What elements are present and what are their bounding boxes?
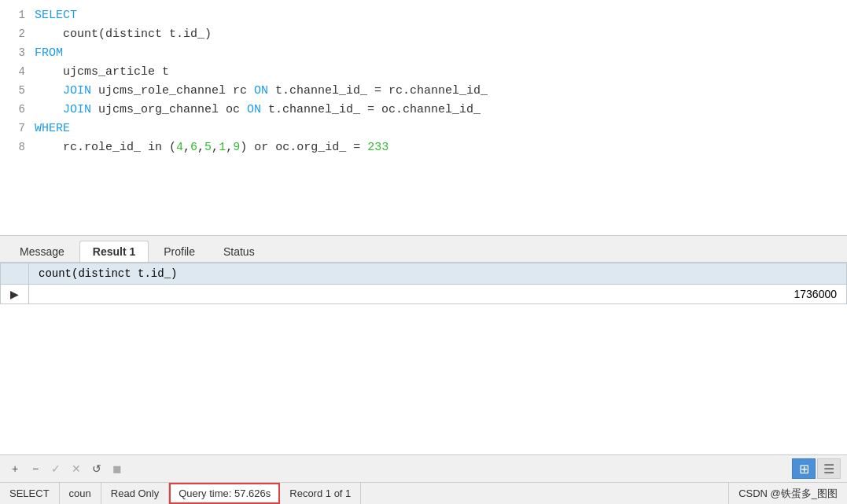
sql-editor[interactable]: 1SELECT2 count(distinct t.id_)3FROM4 ujc…: [0, 0, 847, 236]
status-select: SELECT: [0, 483, 60, 504]
cancel-button[interactable]: ✕: [68, 460, 85, 477]
line-content: JOIN ujcms_org_channel oc ON t.channel_i…: [35, 101, 481, 120]
code-line: 6 JOIN ujcms_org_channel oc ON t.channel…: [0, 101, 847, 120]
result-table: count(distinct t.id_) ▶ 1736000: [0, 263, 847, 304]
remove-button[interactable]: −: [27, 460, 44, 477]
tab-result1[interactable]: Result 1: [79, 241, 149, 262]
code-line: 8 rc.role_id_ in (4,6,5,1,9) or oc.org_i…: [0, 138, 847, 157]
line-content: rc.role_id_ in (4,6,5,1,9) or oc.org_id_…: [35, 138, 389, 157]
line-number: 5: [3, 82, 25, 99]
tab-profile[interactable]: Profile: [150, 241, 208, 262]
toolbar: + − ✓ ✕ ↺ ◼ ⊞ ☰: [0, 454, 847, 482]
line-content: count(distinct t.id_): [35, 25, 212, 44]
row-arrow: ▶: [1, 285, 29, 304]
line-number: 7: [3, 120, 25, 137]
status-read-only-label: Read Only: [111, 487, 159, 499]
line-content: FROM: [35, 44, 63, 63]
table-row: ▶ 1736000: [1, 285, 847, 304]
view-toggle: ⊞ ☰: [792, 458, 841, 479]
grid-view-button[interactable]: ⊞: [792, 458, 816, 479]
confirm-button[interactable]: ✓: [47, 460, 64, 477]
status-select-label: SELECT: [9, 487, 50, 499]
code-line: 3FROM: [0, 44, 847, 63]
line-number: 6: [3, 101, 25, 118]
line-content: JOIN ujcms_role_channel rc ON t.channel_…: [35, 82, 488, 101]
line-number: 1: [3, 6, 25, 24]
code-line: 2 count(distinct t.id_): [0, 25, 847, 44]
line-number: 8: [3, 138, 25, 156]
line-content: SELECT: [35, 6, 77, 25]
status-coun-label: coun: [69, 487, 91, 499]
editor-area: 1SELECT2 count(distinct t.id_)3FROM4 ujc…: [0, 0, 847, 504]
line-content: ujcms_article t: [35, 63, 169, 82]
code-line: 4 ujcms_article t: [0, 63, 847, 82]
result-table-wrapper: count(distinct t.id_) ▶ 1736000: [0, 263, 847, 454]
row-indicator-header: [1, 263, 29, 285]
status-watermark-label: CSDN @铁蛋多_图图: [738, 487, 838, 501]
line-number: 2: [3, 25, 25, 42]
status-read-only: Read Only: [101, 483, 169, 504]
line-number: 4: [3, 63, 25, 80]
column-header: count(distinct t.id_): [29, 263, 847, 285]
status-record-label: Record 1 of 1: [289, 487, 351, 499]
code-line: 5 JOIN ujcms_role_channel rc ON t.channe…: [0, 82, 847, 101]
refresh-button[interactable]: ↺: [88, 460, 105, 477]
list-view-button[interactable]: ☰: [817, 458, 841, 479]
tab-status[interactable]: Status: [210, 241, 268, 262]
line-content: WHERE: [35, 120, 70, 138]
stop-button[interactable]: ◼: [109, 460, 126, 477]
code-line: 7WHERE: [0, 120, 847, 138]
status-bar: SELECT coun Read Only Query time: 57.626…: [0, 482, 847, 504]
code-line: 1SELECT: [0, 6, 847, 25]
status-watermark: CSDN @铁蛋多_图图: [728, 483, 847, 504]
status-query-time: Query time: 57.626s: [169, 483, 280, 504]
status-coun: coun: [60, 483, 101, 504]
results-area: count(distinct t.id_) ▶ 1736000: [0, 263, 847, 454]
result-value: 1736000: [29, 285, 847, 304]
status-query-time-label: Query time: 57.626s: [179, 487, 271, 499]
tabs-bar: Message Result 1 Profile Status: [0, 236, 847, 263]
line-number: 3: [3, 44, 25, 61]
add-button[interactable]: +: [6, 460, 24, 477]
status-record: Record 1 of 1: [280, 483, 361, 504]
tab-message[interactable]: Message: [6, 241, 78, 262]
